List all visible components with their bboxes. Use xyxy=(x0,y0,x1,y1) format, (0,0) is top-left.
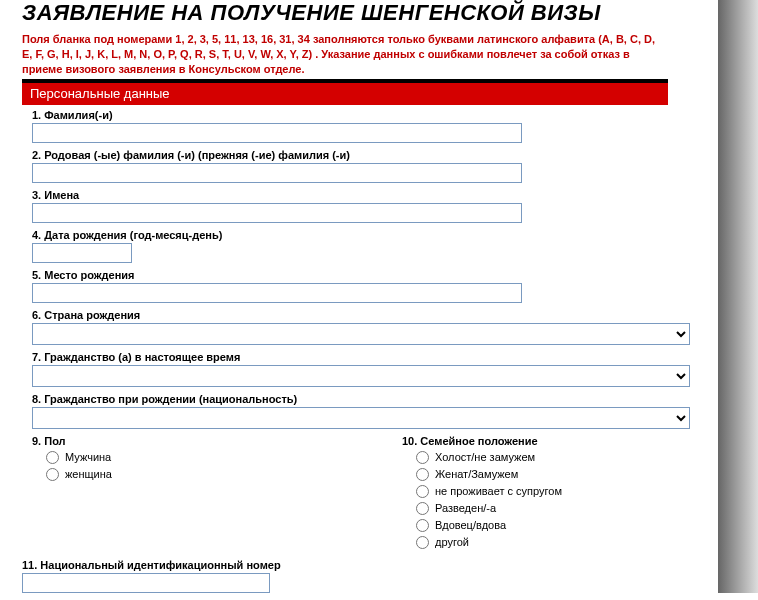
radio-marital-other[interactable] xyxy=(416,536,429,549)
radio-marital-divorced[interactable] xyxy=(416,502,429,515)
label-birthplace: 5. Место рождения xyxy=(32,269,668,281)
warning-text: Поля бланка под номерами 1, 2, 3, 5, 11,… xyxy=(22,32,668,77)
label-national-id: 11. Национальный идентификационный номер xyxy=(22,559,668,571)
label-dob: 4. Дата рождения (год-месяц-день) xyxy=(32,229,668,241)
label-marital-single: Холост/не замужем xyxy=(435,451,535,463)
label-marital-separated: не проживает с супругом xyxy=(435,485,562,497)
label-marital-divorced: Разведен/-а xyxy=(435,502,496,514)
label-citizenship-current: 7. Гражданство (а) в настоящее время xyxy=(32,351,668,363)
input-first-names[interactable] xyxy=(32,203,522,223)
page-shadow xyxy=(718,0,758,593)
label-maiden-name: 2. Родовая (-ые) фамилия (-и) (прежняя (… xyxy=(32,149,668,161)
label-gender-female: женщина xyxy=(65,468,112,480)
select-citizenship-current[interactable] xyxy=(32,365,690,387)
radio-gender-male[interactable] xyxy=(46,451,59,464)
input-national-id[interactable] xyxy=(22,573,270,593)
input-maiden-name[interactable] xyxy=(32,163,522,183)
input-surname[interactable] xyxy=(32,123,522,143)
label-marital-other: другой xyxy=(435,536,469,548)
label-first-names: 3. Имена xyxy=(32,189,668,201)
form-title: ЗАЯВЛЕНИЕ НА ПОЛУЧЕНИЕ ШЕНГЕНСКОЙ ВИЗЫ xyxy=(22,0,668,26)
radio-marital-separated[interactable] xyxy=(416,485,429,498)
label-gender: 9. Пол xyxy=(32,435,402,447)
radio-marital-widowed[interactable] xyxy=(416,519,429,532)
label-marital-married: Женат/Замужем xyxy=(435,468,518,480)
label-citizenship-birth: 8. Гражданство при рождении (национально… xyxy=(32,393,668,405)
label-gender-male: Мужчина xyxy=(65,451,111,463)
radio-marital-single[interactable] xyxy=(416,451,429,464)
select-citizenship-birth[interactable] xyxy=(32,407,690,429)
section-personal-header: Персональные данные xyxy=(22,83,668,105)
radio-marital-married[interactable] xyxy=(416,468,429,481)
select-birth-country[interactable] xyxy=(32,323,690,345)
label-surname: 1. Фамилия(-и) xyxy=(32,109,668,121)
label-marital: 10. Семейное положение xyxy=(402,435,668,447)
label-birth-country: 6. Страна рождения xyxy=(32,309,668,321)
input-dob[interactable] xyxy=(32,243,132,263)
input-birthplace[interactable] xyxy=(32,283,522,303)
radio-gender-female[interactable] xyxy=(46,468,59,481)
label-marital-widowed: Вдовец/вдова xyxy=(435,519,506,531)
